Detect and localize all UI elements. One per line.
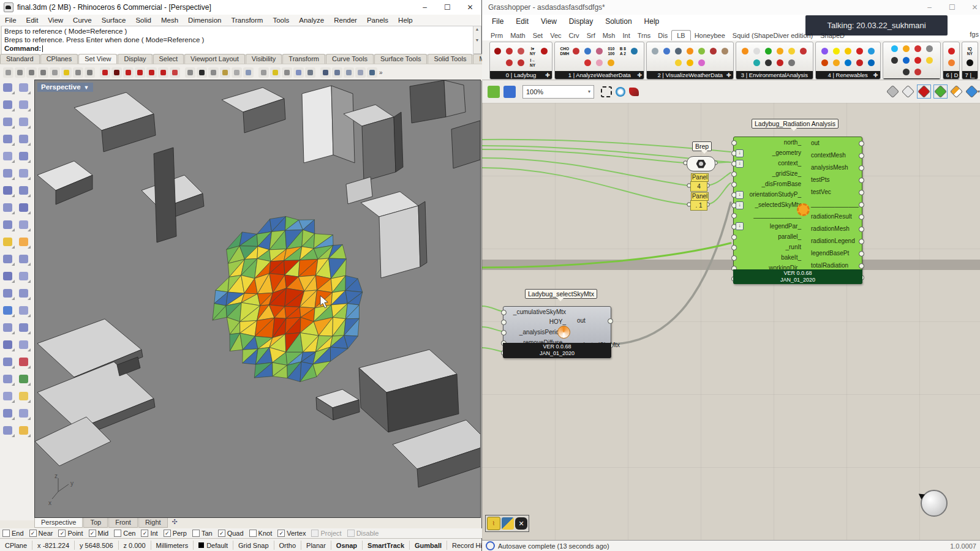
component-icon[interactable] bbox=[820, 46, 830, 56]
toolbar-icon[interactable] bbox=[367, 67, 377, 78]
status-default[interactable]: Default bbox=[194, 541, 233, 550]
gh-tab-honeybee[interactable]: Honeybee bbox=[691, 31, 729, 40]
component-icon[interactable] bbox=[629, 46, 639, 56]
component-icon[interactable] bbox=[866, 46, 876, 56]
menu-curve[interactable]: Curve bbox=[68, 17, 97, 24]
palette-tool-icon[interactable] bbox=[17, 271, 31, 283]
palette-tool-icon[interactable] bbox=[1, 202, 15, 214]
toolbar-icon[interactable] bbox=[26, 67, 37, 78]
toolbar-tab-display[interactable]: Display bbox=[118, 54, 152, 64]
toolbar-tab-set-view[interactable]: Set View bbox=[78, 54, 117, 64]
toolbar-icon[interactable] bbox=[258, 67, 269, 78]
gh-menu-solution[interactable]: Solution bbox=[599, 17, 638, 26]
component-icon[interactable] bbox=[516, 58, 526, 68]
component-icon[interactable] bbox=[854, 46, 865, 56]
chevron-down-icon[interactable]: ▾ bbox=[978, 89, 980, 94]
toolbar-icon[interactable] bbox=[15, 67, 25, 78]
display-mode-orange-icon[interactable] bbox=[950, 85, 963, 98]
brep-param[interactable] bbox=[687, 156, 715, 171]
panel-value[interactable]: . 1 bbox=[690, 200, 707, 211]
component-icon[interactable] bbox=[752, 46, 762, 56]
gh-menu-view[interactable]: View bbox=[535, 17, 563, 26]
zoom-level-select[interactable]: 100%▾ bbox=[522, 85, 594, 99]
toolbar-icon[interactable] bbox=[50, 67, 60, 78]
palette-tool-icon[interactable] bbox=[1, 391, 15, 403]
status-gumball[interactable]: Gumball bbox=[410, 541, 447, 550]
palette-tool-icon[interactable] bbox=[17, 391, 31, 403]
component-icon[interactable] bbox=[924, 55, 935, 66]
component-icon[interactable] bbox=[696, 46, 707, 56]
gh-menu-file[interactable]: File bbox=[486, 17, 510, 26]
palette-tool-icon[interactable] bbox=[1, 305, 15, 317]
gh-menu-edit[interactable]: Edit bbox=[510, 17, 535, 26]
component-icon[interactable] bbox=[786, 46, 797, 56]
status-osnap[interactable]: Osnap bbox=[331, 541, 363, 550]
component-icon[interactable] bbox=[924, 43, 935, 54]
output-[interactable]: ______________ bbox=[806, 198, 862, 211]
component-icon[interactable] bbox=[798, 46, 809, 56]
toolbar-icon[interactable] bbox=[197, 67, 207, 78]
palette-tool-icon[interactable] bbox=[17, 151, 31, 163]
toolbar-tab-viewport-layout[interactable]: Viewport Layout bbox=[184, 54, 245, 64]
ribbon-group-label[interactable]: 3 | EnvironmentalAnalysis bbox=[736, 71, 813, 79]
osnap-knot[interactable]: Knot bbox=[249, 530, 273, 537]
palette-tool-icon[interactable] bbox=[1, 151, 15, 163]
component-icon[interactable] bbox=[946, 58, 957, 68]
toolbar-tab-curve-tools[interactable]: Curve Tools bbox=[326, 54, 374, 64]
toolbar-icon[interactable] bbox=[208, 67, 219, 78]
toolbar-icon[interactable] bbox=[293, 67, 304, 78]
palette-tool-icon[interactable] bbox=[1, 271, 15, 283]
palette-tool-icon[interactable] bbox=[17, 133, 31, 146]
gh-tab-trns[interactable]: Trns bbox=[634, 31, 655, 40]
menu-mesh[interactable]: Mesh bbox=[156, 17, 183, 24]
component-icon[interactable] bbox=[606, 58, 616, 68]
component-icon[interactable] bbox=[673, 46, 684, 56]
component-icon[interactable] bbox=[843, 58, 853, 68]
toolbar-icon[interactable] bbox=[270, 67, 281, 78]
toolbar-tab-solid-tools[interactable]: Solid Tools bbox=[428, 54, 472, 64]
component-icon[interactable] bbox=[662, 46, 672, 56]
viewport-label[interactable]: Perspective▼ bbox=[37, 83, 93, 92]
input-runIt[interactable]: _runIt bbox=[734, 242, 805, 252]
output-legendBasePt[interactable]: legendBasePt bbox=[806, 247, 862, 259]
toolbar-tab-standard[interactable]: Standard bbox=[0, 54, 40, 64]
viewport-tab-perspective[interactable]: Perspective bbox=[34, 518, 83, 528]
component-icon[interactable] bbox=[594, 58, 605, 68]
palette-tool-icon[interactable] bbox=[17, 356, 31, 369]
component-icon[interactable] bbox=[594, 46, 605, 56]
toolbar-icon[interactable] bbox=[332, 67, 342, 78]
palette-tool-icon[interactable] bbox=[17, 202, 31, 214]
palette-tool-icon[interactable] bbox=[1, 219, 15, 231]
input-legendPar[interactable]: legendPar_↓ bbox=[734, 221, 805, 231]
panel-title[interactable]: Panel bbox=[691, 192, 709, 201]
component-icon[interactable] bbox=[582, 46, 593, 56]
palette-tool-icon[interactable] bbox=[1, 236, 15, 249]
toolbar-icon[interactable] bbox=[135, 67, 145, 78]
save-file-icon[interactable] bbox=[503, 86, 516, 98]
toolbar-tab-surface-tools[interactable]: Surface Tools bbox=[374, 54, 427, 64]
gh-tab-set[interactable]: Set bbox=[529, 31, 547, 40]
toolbar-icon[interactable] bbox=[320, 67, 331, 78]
component-icon[interactable] bbox=[901, 67, 911, 77]
component-icon[interactable] bbox=[504, 58, 514, 68]
toolbar-tab-transform[interactable]: Transform bbox=[282, 54, 325, 64]
gh-menu-display[interactable]: Display bbox=[563, 17, 599, 26]
toolbar-icon[interactable] bbox=[73, 67, 83, 78]
paintbrush-icon[interactable] bbox=[629, 88, 639, 96]
output-testVec[interactable]: testVec bbox=[806, 186, 862, 198]
add-viewport-icon[interactable]: ✣ bbox=[168, 518, 181, 528]
palette-tool-icon[interactable] bbox=[1, 185, 15, 197]
python-widget-icon[interactable] bbox=[502, 517, 514, 530]
maximize-button[interactable]: ☐ bbox=[941, 0, 963, 15]
gh-tab-msh[interactable]: Msh bbox=[599, 31, 619, 40]
component-icon[interactable] bbox=[539, 46, 549, 56]
input-cumulativeSkyMtx[interactable]: _cumulativeSkyMtx bbox=[503, 307, 570, 317]
toolbar-icon[interactable] bbox=[111, 67, 122, 78]
output-out[interactable]: out bbox=[806, 137, 862, 149]
viewport-tab-top[interactable]: Top bbox=[83, 518, 108, 528]
osnap-perp[interactable]: ✓Perp bbox=[164, 530, 187, 537]
palette-tool-icon[interactable] bbox=[1, 339, 15, 351]
component-icon[interactable] bbox=[673, 58, 684, 68]
status-grid[interactable]: Grid Snap bbox=[233, 541, 274, 550]
gh-tab-prm[interactable]: Prm bbox=[487, 31, 507, 40]
